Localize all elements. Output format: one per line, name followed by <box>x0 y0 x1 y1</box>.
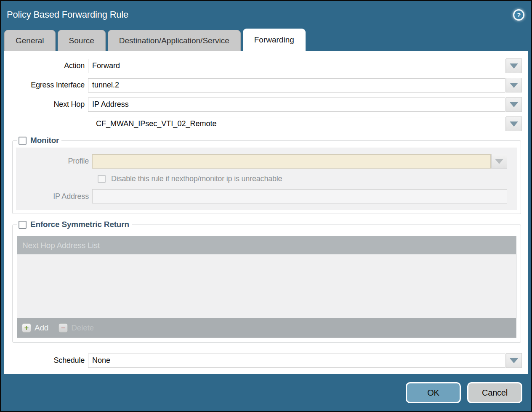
enforce-symmetric-return-legend: Enforce Symmetric Return <box>17 220 132 229</box>
next-hop-address-list-column-header: Next Hop Address List <box>22 241 100 250</box>
schedule-label: Schedule <box>4 356 88 365</box>
chevron-down-icon <box>510 358 518 363</box>
dialog-title-bar: Policy Based Forwarding Rule ? <box>1 1 531 29</box>
profile-dropdown-button <box>491 154 507 169</box>
monitor-ip-address-label: IP Address <box>16 192 92 201</box>
chevron-down-icon <box>510 83 518 88</box>
action-select[interactable]: Forward <box>88 59 505 73</box>
tab-general[interactable]: General <box>4 30 56 51</box>
plus-icon: + <box>22 323 31 333</box>
next-hop-address-list-table: Next Hop Address List + Add − Delete <box>17 236 516 338</box>
forwarding-tab-panel: Action Forward Egress Interface tunnel.2… <box>4 51 528 374</box>
table-body-empty[interactable] <box>17 254 516 318</box>
chevron-down-icon <box>510 63 518 69</box>
action-dropdown-button[interactable] <box>506 58 522 73</box>
profile-label: Profile <box>16 157 92 166</box>
monitor-legend: Monitor <box>17 136 61 145</box>
monitor-legend-label: Monitor <box>30 136 59 145</box>
profile-select <box>92 154 491 169</box>
monitor-section: Monitor Profile Disable this rule if nex… <box>12 136 521 214</box>
chevron-down-icon <box>510 121 518 127</box>
next-hop-address-row: CF_MWAN_IPsec_VTI_02_Remote <box>4 116 528 131</box>
next-hop-row: Next Hop IP Address <box>4 97 528 112</box>
next-hop-type-select[interactable]: IP Address <box>88 98 505 112</box>
ok-button[interactable]: OK <box>406 382 461 403</box>
disable-rule-checkbox <box>98 175 106 183</box>
tab-destination-application-service[interactable]: Destination/Application/Service <box>108 30 241 51</box>
monitor-ip-address-input <box>92 189 507 203</box>
next-hop-label: Next Hop <box>4 100 88 109</box>
profile-row: Profile <box>16 154 513 169</box>
minus-icon: − <box>59 323 68 333</box>
disable-rule-row: Disable this rule if nexthop/monitor ip … <box>98 174 513 183</box>
delete-button: − Delete <box>59 323 94 333</box>
cancel-button[interactable]: Cancel <box>467 382 522 403</box>
monitor-panel: Profile Disable this rule if nexthop/mon… <box>16 148 517 210</box>
help-icon[interactable]: ? <box>513 9 524 21</box>
egress-interface-dropdown-button[interactable] <box>506 78 522 92</box>
monitor-checkbox[interactable] <box>19 137 27 145</box>
schedule-select[interactable]: None <box>88 354 505 368</box>
chevron-down-icon <box>510 102 518 107</box>
enforce-symmetric-return-legend-label: Enforce Symmetric Return <box>30 220 129 229</box>
chevron-down-icon <box>495 159 503 164</box>
dialog-title: Policy Based Forwarding Rule <box>7 9 513 20</box>
next-hop-address-select[interactable]: CF_MWAN_IPsec_VTI_02_Remote <box>92 117 505 131</box>
help-icon-glyph: ? <box>517 11 521 18</box>
delete-button-label: Delete <box>71 323 94 333</box>
table-header: Next Hop Address List <box>17 236 516 254</box>
add-button-label: Add <box>35 323 48 333</box>
egress-interface-select[interactable]: tunnel.2 <box>88 78 505 92</box>
schedule-row: Schedule None <box>4 353 528 368</box>
action-row: Action Forward <box>4 58 528 73</box>
enforce-symmetric-return-section: Enforce Symmetric Return Next Hop Addres… <box>12 220 521 343</box>
action-label: Action <box>4 61 88 70</box>
enforce-symmetric-return-checkbox[interactable] <box>19 221 27 229</box>
dialog-footer: OK Cancel <box>1 374 531 411</box>
next-hop-address-dropdown-button[interactable] <box>506 116 522 131</box>
next-hop-dropdown-button[interactable] <box>506 97 522 112</box>
tab-forwarding[interactable]: Forwarding <box>243 29 306 51</box>
schedule-dropdown-button[interactable] <box>506 353 522 368</box>
egress-interface-label: Egress Interface <box>4 81 88 90</box>
table-toolbar: + Add − Delete <box>17 318 516 338</box>
tab-bar: General Source Destination/Application/S… <box>1 29 531 51</box>
tab-source[interactable]: Source <box>58 30 106 51</box>
add-button[interactable]: + Add <box>22 323 48 333</box>
monitor-ip-address-row: IP Address <box>16 189 513 203</box>
disable-rule-label: Disable this rule if nexthop/monitor ip … <box>111 174 282 183</box>
policy-based-forwarding-rule-dialog: Policy Based Forwarding Rule ? General S… <box>0 0 532 412</box>
egress-interface-row: Egress Interface tunnel.2 <box>4 78 528 92</box>
